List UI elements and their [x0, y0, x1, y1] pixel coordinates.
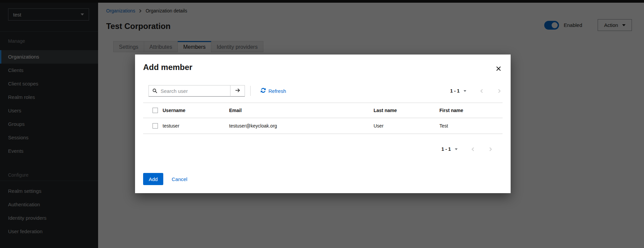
app-window: test Manage Organizations Clients Client…	[0, 0, 644, 248]
modal-title: Add member	[143, 62, 503, 73]
pagination-bottom: 1 - 1	[441, 146, 492, 152]
table-row: testuser testuser@keycloak.org User Test	[143, 118, 503, 134]
column-header-last-name: Last name	[374, 103, 439, 118]
chevron-right-icon	[497, 89, 501, 93]
search-input[interactable]	[160, 88, 230, 94]
members-table: Username Email Last name First name test…	[143, 103, 503, 134]
column-header-username: Username	[163, 103, 229, 118]
chevron-left-icon	[480, 89, 484, 93]
cell-username: testuser	[163, 118, 229, 134]
refresh-label: Refresh	[268, 88, 286, 94]
close-icon[interactable]	[495, 65, 502, 72]
select-all-checkbox[interactable]	[153, 108, 158, 113]
search-icon	[153, 88, 157, 93]
row-checkbox[interactable]	[153, 123, 158, 129]
chevron-right-icon	[488, 147, 492, 151]
pagination-top: 1 - 1	[450, 88, 501, 94]
chevron-left-icon	[471, 147, 475, 151]
column-header-email: Email	[229, 103, 374, 118]
toolbar-divider	[250, 86, 251, 96]
modal-toolbar: Refresh 1 - 1	[143, 85, 503, 97]
add-button[interactable]: Add	[143, 173, 163, 185]
pagination-menu-caret-icon[interactable]	[455, 148, 458, 150]
pagination-next-button[interactable]	[497, 89, 501, 93]
add-member-modal: Add member	[135, 55, 511, 193]
cell-first-name: Test	[439, 118, 503, 134]
pagination-menu-caret-icon[interactable]	[464, 90, 466, 92]
cell-last-name: User	[374, 118, 439, 134]
cancel-button[interactable]: Cancel	[172, 176, 187, 182]
pagination-prev-button[interactable]	[471, 147, 475, 151]
cell-email: testuser@keycloak.org	[229, 118, 374, 134]
table-header-row: Username Email Last name First name	[143, 103, 503, 118]
pagination-bottom-row: 1 - 1	[143, 144, 503, 154]
pagination-range: 1 - 1	[450, 88, 460, 94]
modal-footer: Add Cancel	[143, 173, 503, 185]
pagination-next-button[interactable]	[488, 147, 492, 151]
refresh-button[interactable]: Refresh	[261, 88, 286, 94]
column-header-first-name: First name	[439, 103, 503, 118]
search-group	[148, 85, 245, 97]
pagination-range: 1 - 1	[441, 146, 451, 152]
pagination-prev-button[interactable]	[480, 89, 484, 93]
refresh-icon	[261, 88, 266, 94]
arrow-right-icon	[235, 88, 241, 94]
search-submit-button[interactable]	[230, 85, 245, 97]
search-box	[148, 85, 230, 97]
